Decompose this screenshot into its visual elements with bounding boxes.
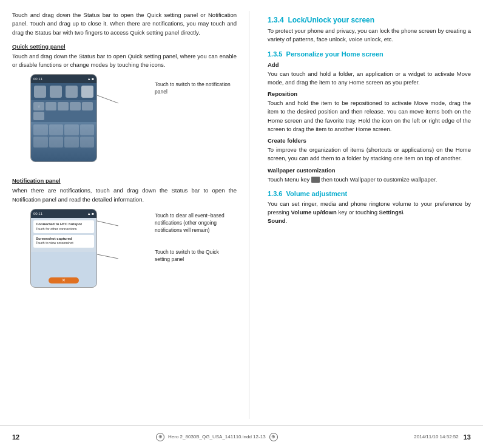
phone1-settings-grid: ☆ xyxy=(31,100,96,122)
bottom-right: 2014/11/10 14:52:52 13 xyxy=(414,433,471,441)
phone2-area: 00:11 ▲ ■ Connected to HTC hotspot Touch… xyxy=(12,209,237,297)
phone2-annotation2-text: Touch to switch to the Quick setting pan… xyxy=(155,249,234,263)
page-number-left: 12 xyxy=(12,433,19,441)
phone1-mockup: 00:11 ▲ ■ ☆ xyxy=(30,74,97,162)
left-column: Touch and drag down the Status bar to op… xyxy=(12,11,237,419)
compass-icon-right: ⊕ xyxy=(269,433,278,441)
add-text: You can touch and hold a folder, an appl… xyxy=(268,70,471,87)
phone2-notif-items: Connected to HTC hotspot Touch for other… xyxy=(31,218,96,252)
phone1-annotation-text: Touch to switch to the notification pane… xyxy=(155,81,234,96)
section-1-3-6-number: 1.3.6 Volume adjustment xyxy=(268,190,471,197)
section-1-3-4-text: To protect your phone and privacy, you c… xyxy=(268,27,471,44)
menu-key-icon xyxy=(311,177,320,183)
notif-panel-heading: Notification panel xyxy=(12,177,237,184)
svg-line-2 xyxy=(97,254,118,259)
phone1-status-bar: 00:11 ▲ ■ xyxy=(31,75,96,83)
quick-panel-heading: Quick setting panel xyxy=(12,43,237,50)
phone2-annotation1-text: Touch to clear all event–based notificat… xyxy=(155,212,234,234)
phone1-quick-icons xyxy=(31,83,96,100)
volume-text: You can set ringer, media and phone ring… xyxy=(268,200,471,226)
phone2-clear-btn: ✕ xyxy=(49,277,79,283)
phone1-app-grid xyxy=(33,124,94,148)
phone2-status: 00:11 ▲ ■ xyxy=(31,209,96,218)
create-folders-heading: Create folders xyxy=(268,137,471,144)
notif-panel-text: When there are notifications, touch and … xyxy=(12,186,237,204)
date-info: 2014/11/10 14:52:52 xyxy=(414,434,458,440)
phone2-mockup: 00:11 ▲ ■ Connected to HTC hotspot Touch… xyxy=(30,209,97,288)
svg-line-0 xyxy=(97,95,118,103)
svg-line-1 xyxy=(97,221,118,226)
page-number-right: 13 xyxy=(464,433,471,441)
add-heading: Add xyxy=(268,61,471,68)
file-info: Hero 2_8030B_QG_USA_141110.indd 12-13 xyxy=(168,434,266,440)
reposition-heading: Reposition xyxy=(268,90,471,97)
right-column: 1.3.4 Lock/Unlock your screen To protect… xyxy=(262,11,471,419)
section-1-3-6-block: 1.3.6 Volume adjustment xyxy=(268,190,471,197)
quick-panel-text: Touch and drag down the Status bar to op… xyxy=(12,52,237,70)
section-1-3-5-number: 1.3.5 Personalize your Home screen xyxy=(268,50,471,58)
wallpaper-heading: Wallpaper customization xyxy=(268,167,471,174)
section-1-3-4-number: 1.3.4 Lock/Unlock your screen xyxy=(268,16,471,24)
compass-icon-left: ⊕ xyxy=(156,433,164,441)
create-folders-text: To improve the organization of items (sh… xyxy=(268,146,471,163)
reposition-text: Touch and hold the item to be reposition… xyxy=(268,99,471,134)
bottom-center: ⊕ Hero 2_8030B_QG_USA_141110.indd 12-13 … xyxy=(156,433,278,441)
page-container: Touch and drag down the Status bar to op… xyxy=(0,0,483,425)
section-1-3-4-block: 1.3.4 Lock/Unlock your screen To protect… xyxy=(268,16,471,44)
intro-paragraph: Touch and drag down the Status bar to op… xyxy=(12,11,237,37)
column-divider xyxy=(249,11,249,419)
phone1-area: 00:11 ▲ ■ ☆ xyxy=(12,74,237,171)
bottom-bar: 12 ⊕ Hero 2_8030B_QG_USA_141110.indd 12-… xyxy=(0,425,483,448)
wallpaper-text: Touch Menu key then touch Wallpaper to c… xyxy=(268,175,471,184)
section-1-3-5-block: 1.3.5 Personalize your Home screen xyxy=(268,50,471,58)
